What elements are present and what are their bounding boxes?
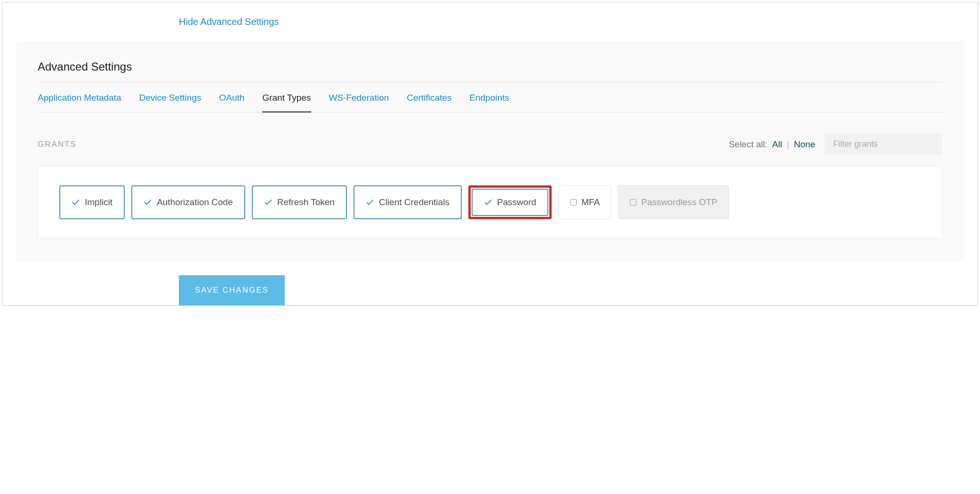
- checkbox-icon: [570, 199, 577, 206]
- grant-chip-label: Authorization Code: [157, 197, 233, 207]
- grants-header: GRANTS Select all: All | None: [38, 134, 942, 155]
- checkbox-icon: [630, 199, 636, 206]
- tab-certificates[interactable]: Certificates: [407, 82, 451, 112]
- save-changes-button[interactable]: SAVE CHANGES: [179, 275, 285, 305]
- divider: |: [787, 139, 789, 150]
- grants-controls: Select all: All | None: [729, 134, 942, 155]
- filter-grants-input[interactable]: [825, 134, 942, 155]
- settings-frame: Hide Advanced Settings Advanced Settings…: [2, 2, 978, 306]
- grant-chip-label: Passwordless OTP: [641, 197, 717, 207]
- check-icon: [264, 199, 273, 206]
- tab-endpoints[interactable]: Endpoints: [469, 82, 509, 112]
- panel-title: Advanced Settings: [38, 60, 942, 82]
- grant-chip-passwordless-otp: Passwordless OTP: [618, 185, 729, 219]
- select-all-label: Select all:: [729, 139, 767, 150]
- settings-tabs: Application MetadataDevice SettingsOAuth…: [38, 82, 942, 112]
- check-icon: [72, 199, 80, 206]
- grant-chip-label: MFA: [581, 197, 600, 207]
- grant-chip-refresh-token[interactable]: Refresh Token: [252, 185, 347, 219]
- grant-chip-label: Client Credentials: [379, 197, 450, 207]
- grant-chip-label: Password: [497, 197, 536, 207]
- grant-chip-implicit[interactable]: Implicit: [59, 185, 125, 219]
- grant-chip-client-credentials[interactable]: Client Credentials: [353, 185, 462, 219]
- grant-chip-label: Implicit: [85, 197, 112, 207]
- advanced-settings-panel: Advanced Settings Application MetadataDe…: [16, 41, 964, 262]
- grant-highlight: Password: [468, 185, 552, 219]
- tab-oauth[interactable]: OAuth: [219, 82, 244, 112]
- grant-chip-authorization-code[interactable]: Authorization Code: [131, 185, 245, 219]
- select-none-link[interactable]: None: [794, 139, 815, 150]
- grant-chip-password[interactable]: Password: [472, 189, 548, 216]
- check-icon: [144, 199, 152, 206]
- grant-chip-mfa[interactable]: MFA: [558, 185, 611, 219]
- grants-list: ImplicitAuthorization CodeRefresh TokenC…: [38, 166, 942, 239]
- tab-application-metadata[interactable]: Application Metadata: [38, 82, 121, 112]
- tab-grant-types[interactable]: Grant Types: [262, 82, 311, 112]
- tab-ws-federation[interactable]: WS-Federation: [329, 82, 389, 112]
- check-icon: [366, 199, 374, 206]
- grants-section-label: GRANTS: [38, 140, 77, 149]
- tab-device-settings[interactable]: Device Settings: [139, 82, 201, 112]
- hide-advanced-settings-link[interactable]: Hide Advanced Settings: [179, 16, 279, 27]
- select-all-link[interactable]: All: [772, 139, 782, 150]
- save-row: SAVE CHANGES: [179, 275, 978, 305]
- grant-chip-label: Refresh Token: [277, 197, 335, 207]
- check-icon: [484, 199, 492, 206]
